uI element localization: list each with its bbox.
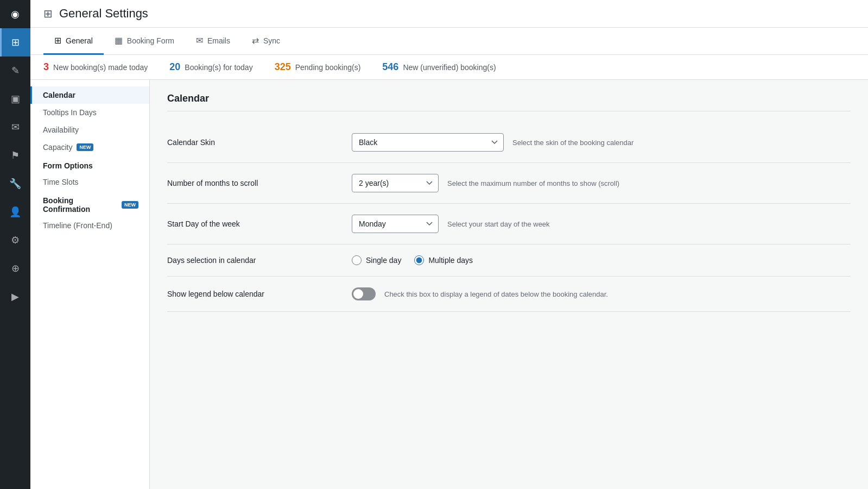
plugins-icon: ⊕ — [11, 262, 20, 274]
tab-sync[interactable]: ⇄ Sync — [241, 28, 291, 55]
radio-multiple-days-label: Multiple days — [428, 256, 473, 265]
sidebar-icon-play[interactable]: ▶ — [0, 283, 30, 311]
nav-calendar-label: Calendar — [43, 91, 75, 99]
booking-form-tab-label: Booking Form — [127, 36, 174, 45]
radio-single-day-input[interactable] — [352, 255, 362, 265]
emails-tab-icon: ✉ — [196, 35, 203, 46]
start-day-control: Monday Sunday Saturday Select your start… — [352, 215, 851, 233]
stat-unverified-bookings-number: 546 — [382, 61, 398, 73]
radio-multiple-days[interactable]: Multiple days — [414, 255, 473, 265]
start-day-description: Select your start day of the week — [447, 220, 550, 228]
page-title: General Settings — [59, 7, 148, 21]
sync-tab-icon: ⇄ — [252, 35, 259, 46]
stat-pending-bookings-number: 325 — [275, 61, 291, 73]
nav-item-tooltips[interactable]: Tooltips In Days — [30, 104, 149, 121]
settings-panel: Calendar Calendar Skin Black Standard Gr… — [150, 80, 868, 489]
show-legend-toggle[interactable] — [352, 287, 376, 300]
settings-icon: ⚙ — [11, 234, 20, 246]
calendar-skin-select[interactable]: Black Standard Green Blue — [352, 133, 504, 152]
calendar-skin-control: Black Standard Green Blue Select the ski… — [352, 133, 851, 152]
tab-booking-form[interactable]: ▦ Booking Form — [104, 28, 185, 55]
radio-single-day-label: Single day — [366, 256, 401, 265]
nav-item-capacity[interactable]: Capacity NEW — [30, 139, 149, 156]
content-area: Calendar Tooltips In Days Availability C… — [30, 80, 868, 489]
stat-today-bookings-number: 20 — [169, 61, 180, 73]
appearance-icon: ⚑ — [11, 149, 20, 161]
nav-capacity-wrapper: Capacity NEW — [43, 143, 138, 152]
stat-today-bookings: 20 Booking(s) for today — [169, 61, 252, 73]
show-legend-description: Check this box to display a legend of da… — [384, 290, 608, 298]
sidebar-icon-posts[interactable]: ✎ — [0, 57, 30, 85]
nav-item-form-options[interactable]: Form Options — [30, 156, 149, 173]
setting-row-days-selection: Days selection in calendar Single day Mu… — [167, 244, 851, 277]
nav-tooltips-label: Tooltips In Days — [43, 108, 97, 117]
tab-general[interactable]: ⊞ General — [43, 28, 104, 55]
nav-item-time-slots[interactable]: Time Slots — [30, 173, 149, 191]
sidebar-icon-appearance[interactable]: ⚑ — [0, 141, 30, 170]
nav-time-slots-label: Time Slots — [43, 178, 79, 186]
radio-single-day[interactable]: Single day — [352, 255, 401, 265]
days-selection-radio-group: Single day Multiple days — [352, 255, 473, 265]
stat-pending-bookings: 325 Pending booking(s) — [275, 61, 361, 73]
nav-item-availability[interactable]: Availability — [30, 121, 149, 139]
media-icon: ▣ — [11, 93, 20, 105]
setting-row-calendar-skin: Calendar Skin Black Standard Green Blue … — [167, 122, 851, 163]
months-scroll-label: Number of months to scroll — [167, 179, 341, 187]
tools-icon: 🔧 — [9, 178, 21, 190]
main-wrapper: ⊞ General Settings ⊞ General ▦ Booking F… — [30, 0, 868, 489]
nav-timeline-label: Timeline (Front-End) — [43, 221, 112, 230]
stat-new-bookings: 3 New booking(s) made today — [43, 61, 148, 73]
months-scroll-control: 1 year(s) 2 year(s) 3 year(s) 5 year(s) … — [352, 174, 851, 192]
sidebar-icon-media[interactable]: ▣ — [0, 85, 30, 113]
days-selection-label: Days selection in calendar — [167, 256, 341, 265]
sidebar-icon-plugins[interactable]: ⊕ — [0, 254, 30, 283]
stat-new-bookings-label: New booking(s) made today — [53, 63, 148, 72]
radio-multiple-days-input[interactable] — [414, 255, 424, 265]
months-scroll-select[interactable]: 1 year(s) 2 year(s) 3 year(s) 5 year(s) — [352, 174, 439, 192]
sidebar-icon-settings[interactable]: ⚙ — [0, 226, 30, 254]
nav-item-calendar[interactable]: Calendar — [30, 86, 149, 104]
section-title: Calendar — [167, 93, 851, 111]
tab-emails[interactable]: ✉ Emails — [185, 28, 241, 55]
page-header: ⊞ General Settings — [30, 0, 868, 28]
dashboard-icon: ◉ — [11, 8, 20, 20]
months-scroll-description: Select the maximum number of months to s… — [447, 179, 619, 187]
capacity-badge: NEW — [77, 143, 93, 151]
stat-new-bookings-number: 3 — [43, 61, 49, 73]
posts-icon: ✎ — [11, 65, 20, 77]
days-selection-control: Single day Multiple days — [352, 255, 851, 265]
stat-unverified-bookings: 546 New (unverified) booking(s) — [382, 61, 496, 73]
show-legend-label: Show legend below calendar — [167, 290, 341, 298]
calendar-skin-label: Calendar Skin — [167, 138, 341, 147]
calendar-skin-description: Select the skin of the booking calendar — [512, 139, 633, 147]
sidebar-icon-users[interactable]: 👤 — [0, 198, 30, 226]
setting-row-show-legend: Show legend below calendar Check this bo… — [167, 277, 851, 312]
header-settings-icon: ⊞ — [43, 7, 53, 20]
nav-item-booking-confirmation[interactable]: Booking Confirmation NEW — [30, 191, 149, 217]
booking-confirmation-badge: NEW — [122, 201, 138, 209]
general-tab-icon: ⊞ — [54, 35, 61, 46]
nav-booking-confirmation-wrapper: Booking Confirmation NEW — [43, 196, 138, 214]
emails-tab-label: Emails — [207, 36, 230, 45]
booking-form-tab-icon: ▦ — [115, 35, 123, 46]
sidebar-icon-plugin[interactable]: ⊞ — [0, 28, 30, 57]
stats-bar: 3 New booking(s) made today 20 Booking(s… — [30, 55, 868, 80]
show-legend-control: Check this box to display a legend of da… — [352, 287, 851, 300]
nav-capacity-label: Capacity — [43, 143, 72, 152]
sidebar-icon-tools[interactable]: 🔧 — [0, 170, 30, 198]
nav-item-timeline[interactable]: Timeline (Front-End) — [30, 217, 149, 234]
show-legend-toggle-wrapper — [352, 287, 376, 300]
stat-unverified-bookings-label: New (unverified) booking(s) — [403, 63, 496, 72]
start-day-label: Start Day of the week — [167, 220, 341, 228]
setting-row-start-day: Start Day of the week Monday Sunday Satu… — [167, 204, 851, 244]
tabs-bar: ⊞ General ▦ Booking Form ✉ Emails ⇄ Sync — [30, 28, 868, 55]
setting-row-months-scroll: Number of months to scroll 1 year(s) 2 y… — [167, 163, 851, 204]
icon-sidebar: ◉ ⊞ ✎ ▣ ✉ ⚑ 🔧 👤 ⚙ ⊕ ▶ — [0, 0, 30, 489]
start-day-select[interactable]: Monday Sunday Saturday — [352, 215, 439, 233]
general-tab-label: General — [66, 36, 93, 45]
sync-tab-label: Sync — [263, 36, 280, 45]
stat-today-bookings-label: Booking(s) for today — [185, 63, 252, 72]
sidebar-icon-comments[interactable]: ✉ — [0, 113, 30, 141]
sidebar-icon-dashboard[interactable]: ◉ — [0, 0, 30, 28]
play-icon: ▶ — [11, 291, 19, 303]
